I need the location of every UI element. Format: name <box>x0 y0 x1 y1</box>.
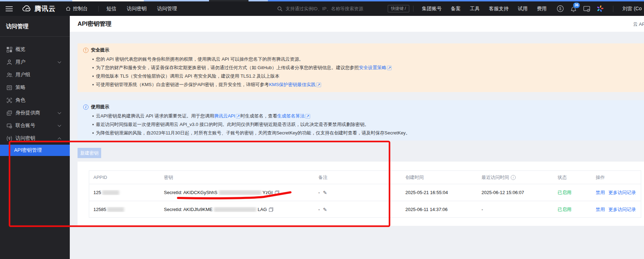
sidebar-nav: 概览 用户 用户组 <box>0 37 70 156</box>
service-ticket-icon[interactable] <box>557 5 564 12</box>
nav-divider <box>98 6 99 12</box>
sidebar-item-overview[interactable]: 概览 <box>0 43 70 56</box>
tencent-cloud-console: { "topbar": { "brand": "腾讯云", "nav": [ {… <box>0 0 644 259</box>
topbar-nav: 控制台 短信 访问密钥 访问管理 <box>66 6 188 12</box>
usage-tips-title-row: i 使用提示 <box>83 103 638 111</box>
notifications-button[interactable]: 36 <box>570 5 577 12</box>
menu-billing[interactable]: 费用 <box>537 6 547 12</box>
cloud-api-key-link[interactable]: 云 AP <box>633 21 644 28</box>
console-settings-icon[interactable] <box>583 5 590 12</box>
page-title: API密钥管理 <box>78 16 111 32</box>
col-appid: APPID <box>93 175 164 180</box>
appid-cell: 12585 <box>93 207 164 212</box>
nav-console[interactable]: 控制台 <box>66 6 88 12</box>
top-navigation-bar: 腾讯云 控制台 短信 访问密钥 访问管理 支持通过实例ID、IP、名称等搜索资源… <box>0 1 644 16</box>
create-key-button[interactable]: 新建密钥 <box>78 148 101 158</box>
col-remark: 备注 <box>318 174 405 181</box>
policy-icon <box>6 85 12 91</box>
menu-icp-filing[interactable]: 备案 <box>451 6 461 12</box>
secret-cell: SecretId: AKIDCKGyShhS YzGI <box>164 190 318 195</box>
more-access-records-link[interactable]: 更多访问记录 <box>608 189 636 196</box>
col-actions: 操作 <box>596 174 641 181</box>
user-account-menu[interactable]: 刘雷 (Co <box>622 6 642 12</box>
edit-remark-icon[interactable]: ✎ <box>323 190 327 195</box>
security-tips-title: 安全提示 <box>91 47 109 53</box>
global-search-input[interactable]: 支持通过实例ID、IP、名称等搜索资源 <box>277 1 363 16</box>
user-icon <box>6 59 12 65</box>
sidebar-subitem-api-key-management[interactable]: API密钥管理 <box>0 145 70 156</box>
status-badge: 已启用 <box>558 206 596 213</box>
masked-appid <box>102 190 119 195</box>
security-bullet-2: 为了您的财产和服务安全，请妥善保存和定期更换密钥，请勿通过任何方式（如 GitH… <box>83 64 638 72</box>
last-access-cell: 2025-06-12 15:06:07 <box>482 190 558 195</box>
remark-cell: - ✎ <box>318 207 405 212</box>
usage-tips-title: 使用提示 <box>91 104 109 110</box>
menu-tools[interactable]: 工具 <box>470 6 480 12</box>
ai-assistant-icon[interactable] <box>596 5 604 12</box>
sidebar-item-users[interactable]: 用户 <box>0 56 70 68</box>
security-bullet-1: 您的 API 密钥代表您的账号身份和所拥有的权限，使用腾讯云 API 可以操作您… <box>83 55 638 64</box>
chevron-up-icon <box>58 138 61 141</box>
nav-access-key[interactable]: 访问密钥 <box>127 6 147 12</box>
table-row: 12585 SecretId: AKIDJfu9KME LAG - ✎ 2025… <box>89 201 641 218</box>
topbar-icon-group: 36 <box>557 5 604 12</box>
security-bullet-4: 可使用密钥管理系统（KMS）白盒密钥进一步保护API密钥，提升安全性，详细可参考… <box>83 80 638 89</box>
external-link-icon: ↗ <box>387 66 392 70</box>
home-icon <box>66 6 71 11</box>
copy-icon[interactable] <box>269 207 273 212</box>
kms-best-practice-link[interactable]: KMS保护密钥最佳实践 <box>269 82 315 88</box>
search-shortcut-hint: 快捷键 / <box>388 5 409 12</box>
sidebar-item-access-keys[interactable]: 访问密钥 <box>0 132 70 145</box>
access-key-icon <box>6 135 12 141</box>
sidebar-item-roles[interactable]: 角色 <box>0 94 70 107</box>
cloud-logo-icon <box>21 5 32 13</box>
hamburger-menu-icon[interactable] <box>6 6 13 11</box>
masked-appid <box>107 207 124 212</box>
table-header-row: APPID 密钥 备注 创建时间 最近访问时间 i 状态 操作 <box>89 171 641 184</box>
remark-cell: - ✎ <box>318 190 405 195</box>
sidebar-item-user-groups[interactable]: 用户组 <box>0 68 70 81</box>
copy-icon[interactable] <box>275 191 279 195</box>
info-icon: i <box>83 104 88 110</box>
more-access-records-link[interactable]: 更多访问记录 <box>608 206 636 213</box>
sidebar-item-identity-providers[interactable]: 身份提供商 <box>0 107 70 119</box>
nav-sms[interactable]: 短信 <box>106 6 116 12</box>
security-tips-title-row: ! 安全提示 <box>83 46 638 54</box>
role-icon <box>6 97 12 103</box>
status-badge: 已启用 <box>558 189 596 196</box>
page-header: API密钥管理 云 AP <box>70 16 644 32</box>
menu-trial[interactable]: 试用 <box>518 6 528 12</box>
usage-tips-panel: i 使用提示 云API密钥是构建腾讯云 API 请求的重要凭证。用于您调用腾讯云… <box>78 100 644 140</box>
signature-algorithm-link[interactable]: 生成签名算法 <box>277 113 305 119</box>
menu-support[interactable]: 客服支持 <box>489 6 509 12</box>
usage-bullet-2: 最近访问时间指最近一次使用密钥调用云 API_v3.0 接口的时间。此时间仅供判… <box>83 120 638 129</box>
col-status: 状态 <box>558 174 596 181</box>
col-last-access: 最近访问时间 i <box>482 174 558 181</box>
created-cell: 2025-06-11 14:37:06 <box>405 207 482 212</box>
tencent-cloud-api-link[interactable]: 腾讯云API <box>214 113 235 119</box>
topbar-divider <box>413 6 413 12</box>
tencent-cloud-logo[interactable]: 腾讯云 <box>21 4 56 13</box>
created-cell: 2025-05-21 16:55:04 <box>405 190 482 195</box>
disable-key-link[interactable]: 禁用 <box>596 189 605 196</box>
disable-key-link[interactable]: 禁用 <box>596 206 605 213</box>
search-placeholder: 支持通过实例ID、IP、名称等搜索资源 <box>286 6 363 12</box>
sidebar-item-federated-accounts[interactable]: 联合账号 <box>0 119 70 132</box>
search-icon <box>277 6 283 12</box>
security-bullet-3: 使用低版本 TLS（安全传输层协议）调用云 API 有安全风险，建议使用 TLS… <box>83 72 638 80</box>
user-divider <box>613 6 613 12</box>
sidebar-item-policies[interactable]: 策略 <box>0 81 70 94</box>
usage-bullet-3: 为降低密钥泄漏的风险，自2023年11月30日起，对所有主账号、子账号的密钥，关… <box>83 129 638 137</box>
nav-cam[interactable]: 访问管理 <box>157 6 177 12</box>
edit-remark-icon[interactable]: ✎ <box>323 207 327 212</box>
table-row: 125 SecretId: AKIDCKGyShhS YzGI - ✎ 2025… <box>89 184 641 201</box>
menu-group-account[interactable]: 集团账号 <box>422 6 442 12</box>
tooltip-info-icon[interactable]: i <box>511 175 516 180</box>
chevron-down-icon <box>58 111 61 114</box>
sidebar: 访问管理 概览 用户 <box>0 16 70 259</box>
masked-secret <box>214 207 256 212</box>
security-policy-link[interactable]: 安全设置策略 <box>359 65 386 71</box>
usage-bullet-1: 云API密钥是构建腾讯云 API 请求的重要凭证。用于您调用腾讯云API↗时生成… <box>83 112 638 120</box>
overview-icon <box>6 47 12 53</box>
actions-cell: 禁用 更多访问记录 <box>596 206 641 213</box>
